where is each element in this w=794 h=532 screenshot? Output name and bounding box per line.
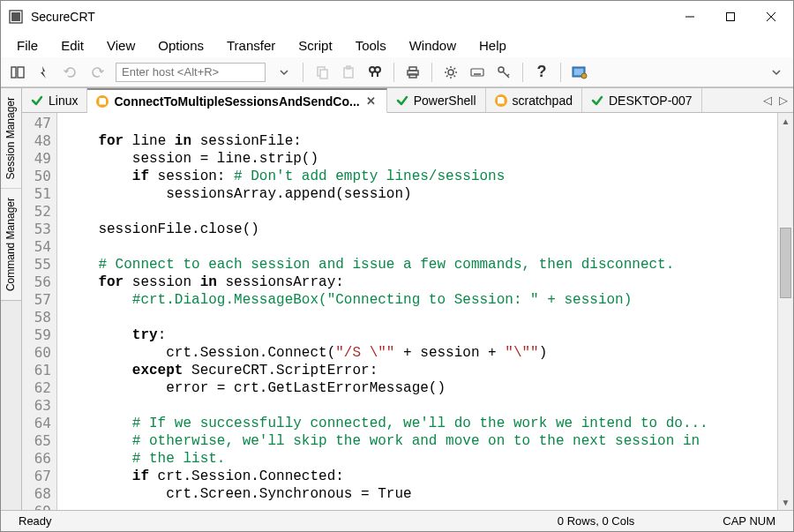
menu-help[interactable]: Help xyxy=(468,34,517,56)
toolbar-separator xyxy=(303,63,303,82)
menu-tools[interactable]: Tools xyxy=(345,34,397,56)
tab-0[interactable]: Linux xyxy=(22,88,87,112)
copy-icon[interactable] xyxy=(311,61,333,84)
tab-close-icon[interactable]: ✕ xyxy=(365,95,378,108)
menu-window[interactable]: Window xyxy=(399,34,467,56)
toolbar-separator xyxy=(522,63,523,82)
svg-rect-20 xyxy=(471,69,483,76)
menubar: FileEditViewOptionsTransferScriptToolsWi… xyxy=(1,33,793,57)
line-number-gutter: 4748495051525354555657585960616263646566… xyxy=(22,113,57,510)
svg-rect-3 xyxy=(727,13,735,21)
toolbar-separator xyxy=(560,63,561,82)
tab-4[interactable]: DESKTOP-007 xyxy=(582,88,702,112)
tab-label: PowerShell xyxy=(414,94,476,108)
screenshot-icon[interactable] xyxy=(568,61,591,84)
menu-script[interactable]: Script xyxy=(288,34,342,56)
svg-point-33 xyxy=(581,73,587,79)
tab-label: scratchpad xyxy=(513,94,573,108)
menu-view[interactable]: View xyxy=(96,34,146,56)
svg-line-30 xyxy=(507,74,509,76)
tab-scroll-left-icon[interactable]: ◁ xyxy=(763,94,772,107)
svg-point-19 xyxy=(448,70,453,75)
window-title: SecureCRT xyxy=(31,10,95,24)
status-caps-num: CAP NUM xyxy=(714,514,784,528)
tab-nav: ◁ ▷ xyxy=(758,88,793,112)
reconnect-all-icon[interactable] xyxy=(86,61,109,84)
tab-2[interactable]: PowerShell xyxy=(387,88,486,112)
host-dropdown-icon[interactable] xyxy=(273,61,296,84)
session-manager-tab[interactable]: Session Manager xyxy=(1,88,21,189)
app-icon xyxy=(8,9,24,25)
toolbar: ? xyxy=(1,57,793,87)
sidebar: Session Manager Command Manager xyxy=(1,88,22,510)
tab-label: DESKTOP-007 xyxy=(609,94,693,108)
options-icon[interactable] xyxy=(439,61,462,84)
reconnect-icon[interactable] xyxy=(59,61,82,84)
paste-icon[interactable] xyxy=(337,61,360,84)
close-button[interactable] xyxy=(751,3,791,31)
session-manager-toggle-icon[interactable] xyxy=(6,61,29,84)
svg-point-13 xyxy=(375,67,380,72)
tabstrip: LinuxConnectToMultipleSessionsAndSendCo.… xyxy=(22,88,793,113)
svg-rect-18 xyxy=(409,74,416,78)
status-ready: Ready xyxy=(10,514,61,528)
tab-1[interactable]: ConnectToMultipleSessionsAndSendCo...✕ xyxy=(87,88,386,113)
print-icon[interactable] xyxy=(401,61,424,84)
scrollbar-thumb[interactable] xyxy=(780,228,791,298)
menu-file[interactable]: File xyxy=(6,34,49,56)
svg-rect-6 xyxy=(11,67,16,78)
statusbar: Ready 0 Rows, 0 Cols CAP NUM xyxy=(1,510,793,531)
titlebar: SecureCRT xyxy=(1,1,793,33)
svg-rect-9 xyxy=(320,70,327,79)
document-icon xyxy=(495,94,507,107)
menu-options[interactable]: Options xyxy=(147,34,214,56)
svg-rect-7 xyxy=(18,67,24,78)
check-icon xyxy=(396,94,408,107)
find-icon[interactable] xyxy=(363,61,386,84)
check-icon xyxy=(591,94,603,107)
key-icon[interactable] xyxy=(492,61,515,84)
status-rows-cols: 0 Rows, 0 Cols xyxy=(549,514,643,528)
toolbar-overflow-icon[interactable] xyxy=(765,61,788,84)
quick-connect-icon[interactable] xyxy=(33,61,56,84)
host-input[interactable] xyxy=(116,63,266,82)
maximize-button[interactable] xyxy=(710,3,751,31)
check-icon xyxy=(31,94,43,107)
scroll-down-icon[interactable]: ▼ xyxy=(778,494,793,510)
toolbar-separator xyxy=(431,63,432,82)
keyboard-icon[interactable] xyxy=(466,61,489,84)
minimize-button[interactable] xyxy=(670,3,710,31)
vertical-scrollbar[interactable]: ▲ ▼ xyxy=(777,113,793,510)
menu-edit[interactable]: Edit xyxy=(50,34,94,56)
command-manager-tab[interactable]: Command Manager xyxy=(1,189,21,301)
svg-rect-1 xyxy=(11,12,20,21)
document-icon xyxy=(96,95,109,108)
editor[interactable]: 4748495051525354555657585960616263646566… xyxy=(22,113,793,510)
tab-scroll-right-icon[interactable]: ▷ xyxy=(779,94,788,107)
help-icon[interactable]: ? xyxy=(530,61,553,84)
code-area[interactable]: for line in sessionFile: session = line.… xyxy=(57,113,777,510)
tab-label: ConnectToMultipleSessionsAndSendCo... xyxy=(114,94,359,109)
tab-3[interactable]: scratchpad xyxy=(486,88,582,112)
scroll-up-icon[interactable]: ▲ xyxy=(778,113,793,129)
tab-label: Linux xyxy=(49,94,78,108)
menu-transfer[interactable]: Transfer xyxy=(216,34,286,56)
toolbar-separator xyxy=(393,63,394,82)
